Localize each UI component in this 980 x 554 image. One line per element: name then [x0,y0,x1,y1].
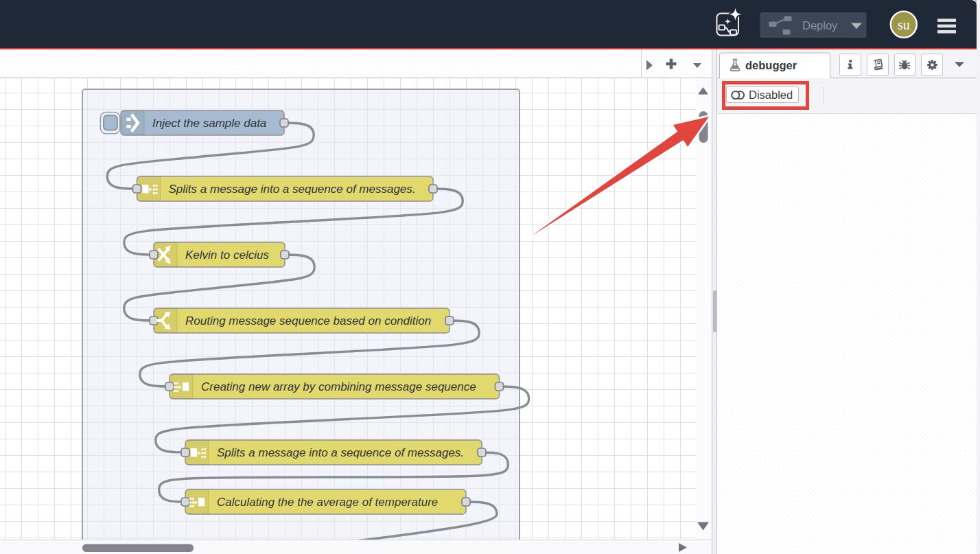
svg-text:Calculating the the average of: Calculating the the average of temperatu… [217,496,438,509]
svg-text:Disabled: Disabled [749,89,793,101]
svg-text:Kelvin to celcius: Kelvin to celcius [185,249,269,262]
svg-text:su: su [898,17,910,32]
svg-text:Splits a message into a sequen: Splits a message into a sequence of mess… [169,183,416,196]
svg-text:debugger: debugger [745,58,797,71]
svg-text:Deploy: Deploy [802,19,838,32]
svg-text:Creating new array by combinin: Creating new array by combining message … [201,380,476,393]
svg-text:Inject the sample data: Inject the sample data [152,117,266,130]
svg-text:Splits a message into a sequen: Splits a message into a sequence of mess… [217,446,464,459]
svg-text:Routing message sequence based: Routing message sequence based on condit… [185,314,431,327]
